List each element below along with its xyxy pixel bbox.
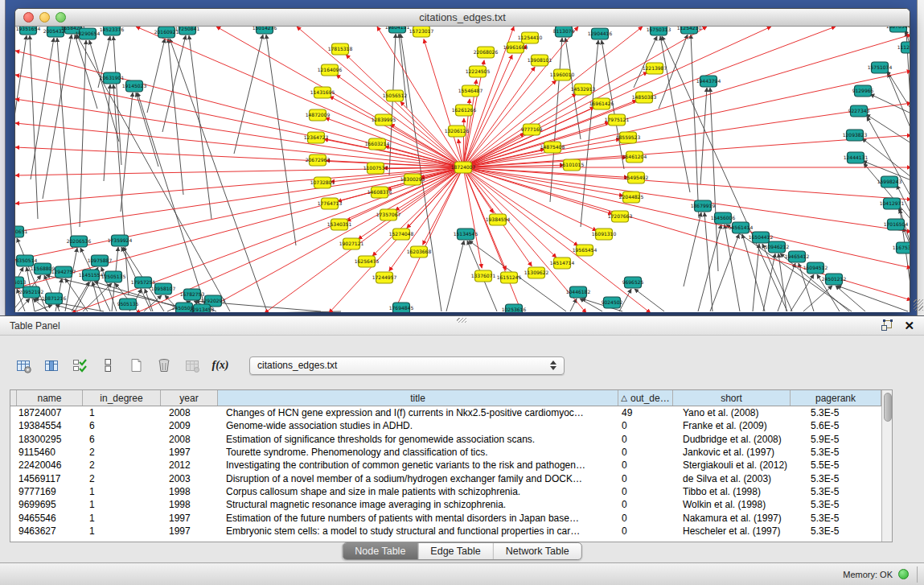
- graph-node-label: 15546487: [458, 88, 483, 93]
- graph-node-label: 15014276: [253, 27, 277, 31]
- table-cell: 1: [83, 406, 161, 419]
- table-cell: 1: [83, 525, 161, 538]
- close-window-icon[interactable]: [23, 12, 34, 23]
- graph-node-label: 11254210: [677, 27, 702, 31]
- table-cell: 2008: [161, 406, 218, 419]
- graph-node-label: 12904416: [588, 31, 613, 36]
- table-row[interactable]: 977716911998Corpus callosum shape and si…: [10, 485, 881, 498]
- status-divider: [917, 566, 918, 583]
- table-cell: [10, 485, 17, 498]
- table-cell: [10, 446, 17, 459]
- tab-edge-table[interactable]: Edge Table: [417, 543, 492, 559]
- column-header-row[interactable]: [10, 390, 17, 406]
- tab-network-table[interactable]: Network Table: [493, 543, 581, 559]
- tab-node-table[interactable]: Node Table: [343, 543, 417, 559]
- function-builder-icon[interactable]: f(x): [210, 355, 231, 376]
- close-panel-icon[interactable]: ✕: [904, 319, 914, 332]
- table-cell: Estimation of the future numbers of pati…: [218, 511, 618, 524]
- graph-node-label: 15998243: [877, 179, 902, 184]
- table-cell: [10, 406, 17, 419]
- table-row[interactable]: 911546021997Tourette syndrome. Phenomeno…: [10, 446, 881, 459]
- graph-node-label: 17244957: [372, 274, 397, 280]
- panel-resize-grip-icon[interactable]: [457, 318, 466, 323]
- table-row[interactable]: 1872400712008Changes of HCN gene express…: [10, 406, 881, 419]
- graph-node-label: 14532913: [571, 86, 596, 92]
- table-cell: 2012: [161, 459, 218, 472]
- table-row[interactable]: 1938455462009Genome-wide association stu…: [10, 419, 881, 432]
- table-options-icon[interactable]: [13, 355, 34, 376]
- table-cell: 2: [83, 459, 161, 472]
- table-header-row: namein_degreeyeartitle△out_de…shortpager…: [10, 390, 881, 406]
- table-cell: Nakamura et al. (1997): [673, 511, 791, 524]
- column-header-name[interactable]: name: [17, 390, 83, 406]
- table-cell: 0: [618, 459, 673, 472]
- graph-node-label: 12444131: [844, 154, 869, 160]
- column-header-short[interactable]: short: [673, 390, 791, 406]
- table-row[interactable]: 946362711997Embryonic stem cells: a mode…: [10, 525, 881, 538]
- graph-node-label: 19351654: [16, 27, 41, 31]
- minimize-window-icon[interactable]: [39, 12, 50, 23]
- graph-node-label: 10446182: [566, 289, 591, 295]
- table-cell: 0: [618, 498, 673, 511]
- network-window: citations_edges.txt 18724007178153181216…: [14, 8, 910, 312]
- graph-node-label: 21260651: [15, 229, 27, 234]
- table-cell: Disruption of a novel member of a sodium…: [218, 472, 618, 484]
- delete-table-icon[interactable]: [154, 355, 175, 376]
- graph-node-label: 12364727: [304, 134, 329, 140]
- graph-node-label: 18559523: [616, 134, 641, 140]
- graph-node-label: 14561414: [729, 225, 754, 230]
- sort-ascending-icon: △: [621, 393, 627, 402]
- table-row[interactable]: 1830029562008Estimation of significance …: [10, 433, 881, 446]
- status-bar: Memory: OK: [0, 562, 924, 585]
- window-title: citations_edges.txt: [419, 11, 506, 23]
- graph-node-label: 20631901: [100, 75, 125, 80]
- selection-mode-icon[interactable]: [69, 355, 90, 376]
- column-header-year[interactable]: year: [161, 390, 218, 406]
- memory-status-icon[interactable]: [898, 569, 909, 579]
- graph-node-label: 13908101: [528, 57, 552, 63]
- graph-node-label: 16203668: [407, 249, 432, 254]
- table-row[interactable]: 2242004622012Investigating the contribut…: [10, 459, 881, 472]
- float-panel-icon[interactable]: [881, 319, 893, 332]
- scrollbar-thumb[interactable]: [884, 393, 892, 422]
- graph-node-label: 19145023: [122, 83, 147, 89]
- table-cell: 9465546: [17, 511, 83, 524]
- graph-node-label: 19384554: [486, 216, 511, 222]
- graph-node-label: 17957255: [131, 279, 156, 285]
- table-cell: Estimation of significance thresholds fo…: [218, 433, 618, 446]
- table-row[interactable]: 969969511998Structural magnetic resonanc…: [10, 498, 881, 511]
- row-height-icon[interactable]: [97, 355, 118, 376]
- table-selector-value: citations_edges.txt: [257, 360, 337, 371]
- graph-nodes: 1872400717815318121640961143169514872009…: [15, 27, 910, 312]
- graph-node-label: 10958107: [151, 286, 176, 291]
- column-header-title[interactable]: title: [218, 390, 618, 406]
- table-cell: [10, 525, 17, 538]
- table-cell: 9777169: [17, 485, 83, 498]
- resize-grip-icon[interactable]: [914, 299, 923, 311]
- graph-node-label: 12213987: [643, 65, 667, 71]
- graph-node-label: 9777169: [521, 126, 543, 132]
- graph-node-label: 17694845: [389, 305, 414, 311]
- table-cell: Dudbridge et al. (2008): [673, 433, 791, 446]
- graph-node-label: 17016504: [884, 221, 909, 227]
- table-row[interactable]: 1456911722003Disruption of a novel membe…: [10, 472, 881, 484]
- graph-node-label: 19465412: [785, 253, 810, 259]
- column-header-pagerank[interactable]: pagerank: [791, 390, 881, 406]
- graph-node-label: 12920293: [201, 298, 226, 303]
- table-cell: 18300295: [17, 433, 83, 446]
- graph-canvas[interactable]: 1872400717815318121640961143169514872009…: [15, 27, 910, 312]
- column-header-in_degree[interactable]: in_degree: [83, 390, 161, 406]
- table-cell: 6: [83, 433, 161, 446]
- table-cell: de Silva et al. (2003): [673, 472, 791, 484]
- create-table-icon[interactable]: [125, 355, 146, 376]
- column-header-out_de…[interactable]: △out_de…: [618, 390, 673, 406]
- table-scrollbar[interactable]: [881, 390, 892, 542]
- show-columns-icon[interactable]: [41, 355, 62, 376]
- table-row[interactable]: 946554611997Estimation of the future num…: [10, 511, 881, 524]
- table-cell: Stergiakouli et al. (2012): [673, 459, 791, 472]
- graph-node-label: 22044825: [619, 194, 644, 200]
- window-titlebar[interactable]: citations_edges.txt: [15, 9, 910, 27]
- zoom-window-icon[interactable]: [55, 12, 66, 23]
- table-selector-dropdown[interactable]: citations_edges.txt: [249, 356, 565, 375]
- network-view[interactable]: 1872400717815318121640961143169514872009…: [15, 27, 910, 312]
